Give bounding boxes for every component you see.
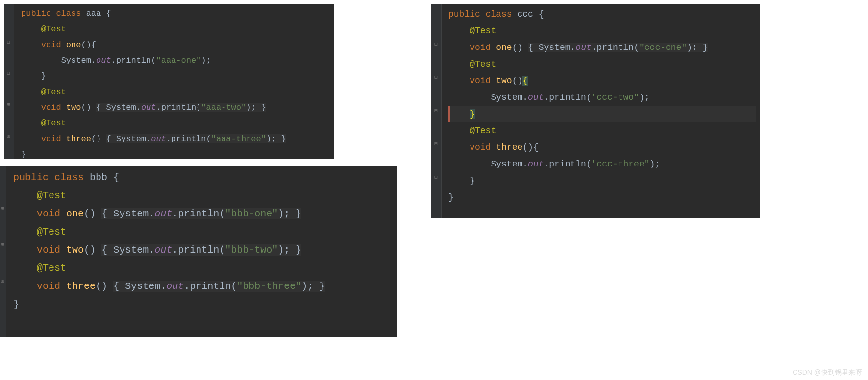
code-line[interactable]: System.out.println("ccc-three"); [448, 156, 756, 172]
code-line[interactable]: @Test [448, 56, 756, 72]
code-editor-bbb[interactable]: ⊞ ⊞ ⊞ public class bbb { @Test void one(… [0, 166, 397, 337]
code-line[interactable]: @Test [21, 22, 330, 37]
code-line[interactable]: System.out.println("ccc-two"); [448, 89, 756, 106]
editor-gutter: ⊟ ⊟ ⊞ ⊞ [4, 4, 14, 159]
code-editor-ccc[interactable]: ⊞ ⊟ ⊟ ⊟ ⊟ public class ccc { @Test void … [431, 4, 760, 218]
fold-minus-icon[interactable]: ⊟ [433, 74, 439, 81]
code-line[interactable]: @Test [13, 187, 393, 205]
fold-plus-icon[interactable]: ⊞ [5, 102, 12, 108]
code-line[interactable]: void two(){ [448, 72, 756, 89]
code-line[interactable]: void two() { System.out.println("aaa-two… [21, 100, 330, 116]
fold-minus-icon[interactable]: ⊟ [433, 141, 439, 147]
watermark-text: CSDN @快到锅里来呀 [793, 368, 862, 377]
fold-plus-icon[interactable]: ⊞ [0, 242, 6, 248]
code-line[interactable]: @Test [448, 23, 756, 39]
code-line[interactable]: public class bbb { [13, 168, 393, 187]
fold-plus-icon[interactable]: ⊞ [5, 133, 12, 140]
code-line[interactable]: } [21, 147, 330, 159]
code-area[interactable]: public class aaa { @Test void one(){ Sys… [14, 4, 334, 159]
fold-end-icon[interactable]: ⊟ [433, 108, 439, 114]
code-line[interactable]: public class aaa { [21, 6, 330, 22]
fold-plus-icon[interactable]: ⊞ [0, 206, 6, 212]
matching-brace-close: } [470, 109, 475, 119]
code-line[interactable]: @Test [13, 223, 393, 241]
fold-end-icon[interactable]: ⊟ [5, 71, 12, 77]
code-line-highlighted[interactable]: } [448, 106, 756, 122]
code-line[interactable]: @Test [21, 116, 330, 131]
code-line[interactable]: } [13, 295, 393, 313]
code-line[interactable]: System.out.println("aaa-one"); [21, 53, 330, 69]
code-line[interactable]: } [21, 69, 330, 84]
fold-end-icon[interactable]: ⊟ [433, 174, 439, 181]
code-area[interactable]: public class ccc { @Test void one() { Sy… [442, 4, 760, 218]
code-line[interactable]: void one() { System.out.println("bbb-one… [13, 205, 393, 223]
code-line[interactable]: @Test [448, 122, 756, 139]
code-line[interactable]: void three() { System.out.println("bbb-t… [13, 277, 393, 295]
code-line[interactable]: void three(){ [448, 139, 756, 156]
code-line[interactable]: @Test [21, 84, 330, 100]
code-line[interactable]: public class ccc { [448, 6, 756, 23]
fold-plus-icon[interactable]: ⊞ [0, 278, 6, 285]
editor-gutter: ⊞ ⊟ ⊟ ⊟ ⊟ [431, 4, 442, 218]
code-line[interactable]: } [448, 189, 756, 206]
editor-gutter: ⊞ ⊞ ⊞ [0, 166, 6, 337]
matching-brace-open: { [522, 76, 528, 86]
fold-minus-icon[interactable]: ⊟ [5, 39, 12, 46]
code-line[interactable]: } [448, 172, 756, 189]
code-line[interactable]: @Test [13, 259, 393, 277]
code-line[interactable]: void one(){ [21, 37, 330, 53]
code-line[interactable]: void three() { System.out.println("aaa-t… [21, 131, 330, 147]
fold-plus-icon[interactable]: ⊞ [433, 41, 439, 48]
code-area[interactable]: public class bbb { @Test void one() { Sy… [6, 166, 397, 337]
code-line[interactable]: void one() { System.out.println("ccc-one… [448, 39, 756, 56]
code-editor-aaa[interactable]: ⊟ ⊟ ⊞ ⊞ public class aaa { @Test void on… [4, 4, 334, 159]
code-line[interactable]: void two() { System.out.println("bbb-two… [13, 241, 393, 259]
